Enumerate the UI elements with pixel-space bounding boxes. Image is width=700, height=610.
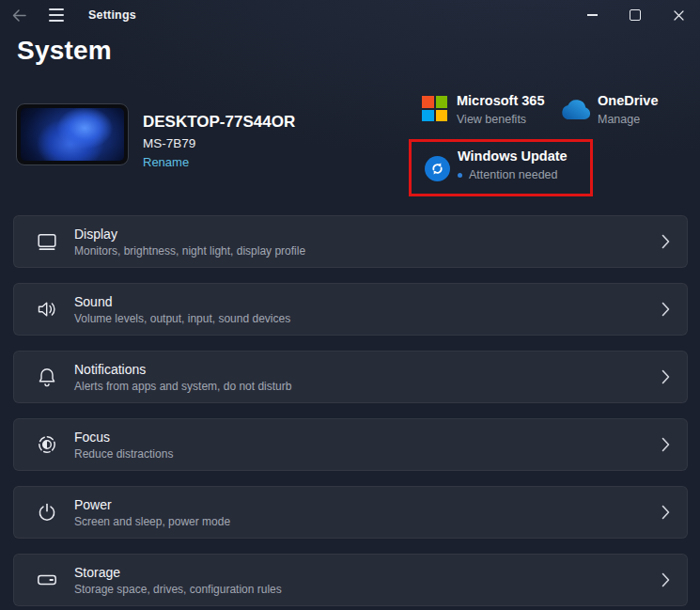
windows-update-sync-icon	[425, 156, 450, 181]
back-button[interactable]	[0, 0, 38, 30]
settings-list: Display Monitors, brightness, night ligh…	[13, 215, 688, 606]
settings-window: Settings System DESKTOP-77S44OR MS-7B79 …	[0, 0, 700, 610]
row-title: Focus	[74, 430, 173, 445]
settings-row-display[interactable]: Display Monitors, brightness, night ligh…	[13, 215, 688, 268]
rename-link[interactable]: Rename	[143, 155, 189, 169]
chevron-right-icon	[661, 437, 670, 452]
chevron-right-icon	[661, 234, 670, 249]
device-name: DESKTOP-77S44OR	[143, 113, 295, 132]
chevron-right-icon	[661, 572, 670, 587]
row-subtitle: Volume levels, output, input, sound devi…	[74, 312, 290, 325]
window-controls	[570, 0, 700, 30]
onedrive-card[interactable]: OneDrive Manage	[598, 93, 658, 126]
maximize-icon	[630, 9, 641, 21]
chevron-right-icon	[661, 505, 670, 520]
onedrive-title: OneDrive	[598, 93, 658, 108]
microsoft-logo-icon	[422, 96, 447, 121]
microsoft-365-title: Microsoft 365	[457, 93, 544, 108]
row-title: Storage	[74, 565, 282, 580]
row-subtitle: Alerts from apps and system, do not dist…	[74, 380, 291, 393]
close-icon	[674, 10, 684, 21]
minimize-icon	[587, 14, 598, 16]
storage-drive-icon	[35, 568, 59, 592]
power-icon	[35, 500, 59, 524]
onedrive-subtitle: Manage	[598, 113, 658, 126]
row-subtitle: Reduce distractions	[74, 447, 173, 461]
settings-row-power[interactable]: Power Screen and sleep, power mode	[13, 486, 688, 539]
row-title: Notifications	[74, 362, 291, 377]
windows-update-card[interactable]: Windows Update Attention needed	[458, 149, 568, 181]
microsoft-365-card[interactable]: Microsoft 365 View benefits	[457, 93, 544, 126]
row-title: Sound	[74, 294, 290, 309]
chevron-right-icon	[661, 369, 670, 384]
hamburger-icon	[49, 8, 64, 21]
microsoft-365-subtitle: View benefits	[457, 113, 544, 126]
focus-icon	[35, 432, 59, 457]
row-subtitle: Monitors, brightness, night light, displ…	[74, 244, 305, 258]
notifications-bell-icon	[35, 365, 59, 389]
app-title: Settings	[88, 8, 136, 22]
row-subtitle: Storage space, drives, configuration rul…	[74, 583, 282, 596]
page-title: System	[17, 36, 112, 66]
chevron-right-icon	[661, 302, 670, 317]
settings-row-focus[interactable]: Focus Reduce distractions	[13, 418, 688, 471]
minimize-button[interactable]	[570, 0, 614, 30]
titlebar: Settings	[0, 0, 700, 30]
close-button[interactable]	[657, 0, 700, 30]
wallpaper-bloom-image	[21, 108, 124, 161]
settings-row-sound[interactable]: Sound Volume levels, output, input, soun…	[13, 283, 688, 336]
row-subtitle: Screen and sleep, power mode	[74, 515, 230, 528]
row-title: Display	[74, 227, 305, 242]
windows-update-status: Attention needed	[469, 168, 558, 181]
display-icon	[35, 229, 59, 254]
maximize-button[interactable]	[614, 0, 657, 30]
navigation-menu-button[interactable]	[38, 0, 75, 30]
device-thumbnail	[16, 103, 129, 165]
back-arrow-icon	[11, 8, 27, 23]
sound-icon	[35, 297, 59, 321]
settings-row-notifications[interactable]: Notifications Alerts from apps and syste…	[13, 351, 688, 403]
device-model: MS-7B79	[143, 136, 195, 150]
onedrive-cloud-icon	[557, 99, 593, 123]
row-title: Power	[74, 497, 230, 512]
settings-row-storage[interactable]: Storage Storage space, drives, configura…	[13, 554, 688, 606]
attention-status-dot	[458, 173, 462, 178]
windows-update-title: Windows Update	[458, 149, 568, 164]
